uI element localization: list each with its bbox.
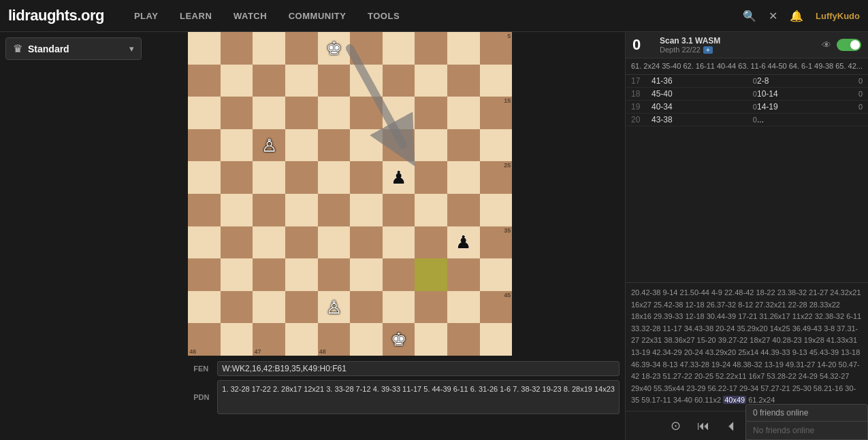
prev-button[interactable]: ⏴ xyxy=(723,418,741,435)
board-cell[interactable] xyxy=(318,258,351,291)
move-white[interactable]: 40-34 xyxy=(652,102,723,112)
board-cell[interactable] xyxy=(188,226,221,259)
board[interactable]: ♚515♙♟25♟35♙45464748♚ xyxy=(188,32,512,356)
board-cell[interactable] xyxy=(188,97,221,129)
board-cell[interactable] xyxy=(480,194,513,226)
board-cell[interactable] xyxy=(253,161,285,194)
board-cell[interactable] xyxy=(285,194,318,226)
bell-icon[interactable]: 🔔 xyxy=(790,10,803,22)
move-black[interactable]: ... xyxy=(757,115,829,124)
board-cell[interactable] xyxy=(350,258,383,291)
move-white[interactable]: 43-38 xyxy=(652,115,723,124)
board-cell[interactable]: 45 xyxy=(480,291,513,324)
board-cell[interactable] xyxy=(415,129,447,162)
board-cell[interactable] xyxy=(221,65,253,97)
board-cell[interactable] xyxy=(188,65,221,97)
board-cell[interactable] xyxy=(253,65,285,97)
board-cell[interactable] xyxy=(350,226,383,259)
white-pawn[interactable]: ♙ xyxy=(261,137,277,154)
board-cell[interactable] xyxy=(253,194,285,226)
move-white[interactable]: 45-40 xyxy=(652,89,723,99)
black-pawn[interactable]: ♟ xyxy=(455,233,471,251)
board-cell[interactable] xyxy=(285,323,318,356)
board-cell[interactable] xyxy=(415,65,447,97)
black-pawn[interactable]: ♟ xyxy=(391,169,406,186)
board-cell[interactable] xyxy=(350,323,383,356)
board-cell[interactable] xyxy=(447,65,480,97)
board-cell[interactable] xyxy=(350,291,383,324)
board-cell[interactable] xyxy=(350,129,383,162)
board-cell[interactable] xyxy=(447,161,480,194)
board-cell[interactable] xyxy=(480,129,513,162)
board-cell[interactable] xyxy=(188,258,221,291)
board-cell[interactable] xyxy=(383,226,415,259)
eye-icon[interactable]: 👁 xyxy=(822,39,831,50)
nav-tools[interactable]: TOOLS xyxy=(368,11,400,21)
board-cell[interactable] xyxy=(188,291,221,324)
board-cell[interactable] xyxy=(383,97,415,129)
board-cell[interactable] xyxy=(447,32,480,65)
search-icon[interactable]: 🔍 xyxy=(743,10,756,22)
board-cell[interactable]: ♚ xyxy=(383,323,415,356)
nav-play[interactable]: PLAY xyxy=(134,11,158,21)
board-cell[interactable] xyxy=(285,161,318,194)
depth-badge[interactable]: + xyxy=(703,46,713,54)
board-cell[interactable] xyxy=(253,97,285,129)
board-cell[interactable] xyxy=(350,65,383,97)
board-cell[interactable] xyxy=(383,258,415,291)
board-cell[interactable] xyxy=(447,97,480,129)
white-pawn[interactable]: ♙ xyxy=(326,299,342,316)
board-cell[interactable] xyxy=(221,194,253,226)
board-cell[interactable]: ♚ xyxy=(318,32,351,65)
board-cell[interactable] xyxy=(285,258,318,291)
variant-selector[interactable]: ♛ Standard ▾ xyxy=(5,37,142,60)
fen-value[interactable]: W:WK2,16,42:B19,35,K49:H0:F61 xyxy=(217,361,620,376)
board-cell[interactable]: 5 xyxy=(480,32,513,65)
board-cell[interactable] xyxy=(285,291,318,324)
board-cell[interactable] xyxy=(221,32,253,65)
board-cell[interactable] xyxy=(415,226,447,259)
board-cell[interactable] xyxy=(221,161,253,194)
board-cell[interactable] xyxy=(350,194,383,226)
board-cell[interactable] xyxy=(221,291,253,324)
board-cell[interactable] xyxy=(253,291,285,324)
board-cell[interactable] xyxy=(383,32,415,65)
board-cell[interactable] xyxy=(383,129,415,162)
board-cell[interactable] xyxy=(415,194,447,226)
board-cell[interactable]: 25 xyxy=(480,161,513,194)
move-black[interactable]: 14-19 xyxy=(757,102,829,112)
board-cell[interactable] xyxy=(188,32,221,65)
board-cell[interactable] xyxy=(318,226,351,259)
board-cell[interactable] xyxy=(447,194,480,226)
board-cell[interactable] xyxy=(415,32,447,65)
board-cell[interactable] xyxy=(415,161,447,194)
board-cell[interactable] xyxy=(221,129,253,162)
board-cell[interactable] xyxy=(285,97,318,129)
board-cell[interactable] xyxy=(447,323,480,356)
board-cell[interactable] xyxy=(480,323,513,356)
board-cell[interactable] xyxy=(221,323,253,356)
board-cell[interactable] xyxy=(221,258,253,291)
board-cell[interactable] xyxy=(188,194,221,226)
board-cell[interactable] xyxy=(447,291,480,324)
move-black[interactable]: 2-8 xyxy=(757,76,829,86)
close-icon[interactable]: ✕ xyxy=(769,10,777,22)
white-king[interactable]: ♚ xyxy=(391,331,406,348)
board-cell[interactable] xyxy=(415,323,447,356)
start-button[interactable]: ⏮ xyxy=(694,418,712,435)
board-cell[interactable] xyxy=(350,97,383,129)
board-cell[interactable]: 35 xyxy=(480,226,513,259)
board-cell[interactable]: 15 xyxy=(480,97,513,129)
username[interactable]: LuffyKudo xyxy=(816,11,860,21)
target-button[interactable]: ⊙ xyxy=(668,417,684,435)
board-cell[interactable] xyxy=(383,194,415,226)
board-cell[interactable] xyxy=(318,65,351,97)
board-cell[interactable] xyxy=(480,65,513,97)
board-cell[interactable] xyxy=(350,161,383,194)
board-cell[interactable] xyxy=(188,161,221,194)
move-white[interactable]: 41-36 xyxy=(652,76,723,86)
nav-watch[interactable]: WATCH xyxy=(234,11,267,21)
nav-community[interactable]: COMMUNITY xyxy=(289,11,347,21)
board-cell[interactable] xyxy=(318,194,351,226)
board-cell[interactable] xyxy=(447,258,480,291)
